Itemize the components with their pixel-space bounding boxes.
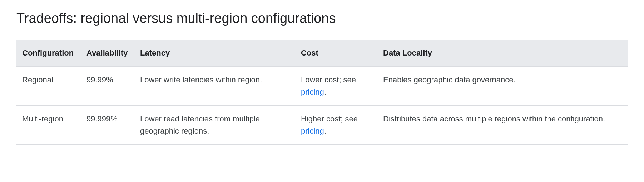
- cell-cost: Lower cost; see pricing.: [295, 67, 377, 106]
- col-header-latency: Latency: [134, 40, 295, 67]
- tradeoffs-table: Configuration Availability Latency Cost …: [16, 40, 628, 145]
- table-row: Multi-region 99.999% Lower read latencie…: [16, 106, 628, 145]
- cost-text-prefix: Higher cost; see: [301, 114, 358, 123]
- cell-availability: 99.99%: [81, 67, 134, 106]
- col-header-data-locality: Data Locality: [377, 40, 628, 67]
- section-heading: Tradeoffs: regional versus multi-region …: [16, 11, 628, 26]
- cell-data-locality: Distributes data across multiple regions…: [377, 106, 628, 145]
- cost-text-suffix: .: [324, 126, 326, 135]
- cell-latency: Lower read latencies from multiple geogr…: [134, 106, 295, 145]
- col-header-availability: Availability: [81, 40, 134, 67]
- cost-text-prefix: Lower cost; see: [301, 75, 356, 84]
- cost-text-suffix: .: [324, 87, 326, 96]
- table-header-row: Configuration Availability Latency Cost …: [16, 40, 628, 67]
- col-header-configuration: Configuration: [16, 40, 81, 67]
- cell-configuration: Multi-region: [16, 106, 81, 145]
- pricing-link[interactable]: pricing: [301, 87, 324, 96]
- table-row: Regional 99.99% Lower write latencies wi…: [16, 67, 628, 106]
- cell-cost: Higher cost; see pricing.: [295, 106, 377, 145]
- col-header-cost: Cost: [295, 40, 377, 67]
- cell-configuration: Regional: [16, 67, 81, 106]
- cell-latency: Lower write latencies within region.: [134, 67, 295, 106]
- pricing-link[interactable]: pricing: [301, 126, 324, 135]
- cell-data-locality: Enables geographic data governance.: [377, 67, 628, 106]
- cell-availability: 99.999%: [81, 106, 134, 145]
- page-content: Tradeoffs: regional versus multi-region …: [0, 0, 644, 159]
